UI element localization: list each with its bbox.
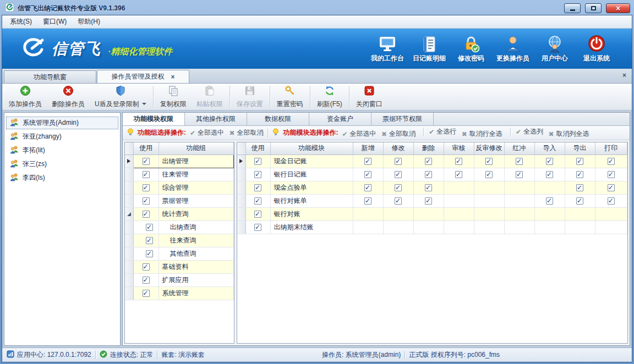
permission-cell[interactable]	[474, 181, 504, 194]
module-row[interactable]: 出纳期末结账	[237, 220, 627, 234]
permission-checkbox[interactable]	[516, 158, 523, 165]
permission-cell[interactable]	[595, 155, 627, 168]
module-row[interactable]: 银行对账	[237, 207, 627, 220]
selection-action[interactable]: 全选行	[420, 127, 456, 136]
group-row[interactable]: 扩展应用	[125, 273, 234, 286]
operator-tree-item[interactable]: 系统管理员(Admin)	[6, 116, 119, 130]
permission-cell[interactable]	[353, 194, 383, 207]
permission-cell[interactable]	[565, 181, 595, 194]
permission-cell[interactable]	[504, 181, 534, 194]
permission-cell[interactable]	[595, 194, 627, 207]
permission-checkbox[interactable]	[395, 197, 402, 205]
permission-checkbox[interactable]	[546, 171, 553, 178]
banner-action-workspace[interactable]: 我的工作台	[367, 34, 408, 63]
use-checkbox[interactable]	[146, 224, 153, 231]
menu-item[interactable]: 窗口(W)	[37, 15, 72, 29]
use-checkbox[interactable]	[254, 158, 261, 165]
banner-action-change-password[interactable]: 修改密码	[450, 34, 492, 63]
operator-tree-item[interactable]: 张亚(zhangy)	[6, 130, 119, 144]
permission-cell[interactable]	[474, 168, 504, 181]
permission-cell[interactable]	[444, 155, 474, 168]
use-checkbox[interactable]	[143, 263, 150, 271]
group-row[interactable]: 基础资料	[125, 260, 234, 273]
permission-cell[interactable]	[444, 207, 474, 220]
group-row[interactable]: 往来管理	[125, 168, 234, 181]
permission-checkbox[interactable]	[425, 158, 432, 165]
permission-checkbox[interactable]	[608, 197, 615, 205]
permission-checkbox[interactable]	[485, 171, 493, 178]
permission-cell[interactable]	[413, 181, 444, 194]
use-checkbox[interactable]	[143, 277, 150, 284]
permission-cell[interactable]	[383, 194, 413, 207]
permission-checkbox[interactable]	[364, 184, 371, 191]
selection-action[interactable]: 取消行全选	[462, 129, 502, 139]
permission-cell[interactable]	[534, 181, 565, 194]
add-operator-button[interactable]: 添加操作员	[4, 85, 47, 109]
permission-cell[interactable]	[474, 155, 504, 168]
permission-cell[interactable]	[444, 168, 474, 181]
permission-cell[interactable]	[413, 220, 444, 234]
permission-cell[interactable]	[413, 168, 444, 181]
permission-cell[interactable]	[534, 155, 565, 168]
module-row[interactable]: 银行对账单	[237, 194, 627, 207]
permission-checkbox[interactable]	[608, 158, 615, 165]
permission-checkbox[interactable]	[364, 158, 371, 165]
minimize-button[interactable]	[564, 3, 581, 13]
permission-cell[interactable]	[504, 155, 534, 168]
permission-checkbox[interactable]	[576, 171, 583, 178]
permission-cell[interactable]	[534, 194, 565, 207]
permission-cell[interactable]	[565, 168, 595, 181]
permission-cell[interactable]	[504, 194, 534, 207]
group-row[interactable]: 出纳管理	[125, 155, 234, 168]
permission-checkbox[interactable]	[455, 158, 462, 165]
permission-checkbox[interactable]	[455, 171, 462, 178]
permission-checkbox[interactable]	[546, 197, 553, 205]
tabstrip-close-icon[interactable]	[622, 71, 626, 79]
permission-cell[interactable]	[413, 207, 444, 220]
permission-tab[interactable]: 资金账户	[309, 113, 371, 125]
permission-cell[interactable]	[444, 194, 474, 207]
use-checkbox[interactable]	[146, 237, 153, 244]
permission-cell[interactable]	[565, 155, 595, 168]
menu-item[interactable]: 帮助(H)	[72, 15, 106, 29]
group-row[interactable]: 出纳查询	[125, 220, 234, 234]
permission-cell[interactable]	[595, 207, 627, 220]
permission-checkbox[interactable]	[364, 171, 371, 178]
permission-tab[interactable]: 其他操作权限	[185, 113, 247, 125]
maximize-button[interactable]	[585, 3, 602, 13]
group-row[interactable]: 综合管理	[125, 181, 234, 194]
permission-cell[interactable]	[383, 155, 413, 168]
permission-tab[interactable]: 数据权限	[247, 113, 309, 125]
use-checkbox[interactable]	[254, 171, 261, 178]
group-row[interactable]: 其他查询	[125, 247, 234, 260]
permission-checkbox[interactable]	[485, 158, 493, 165]
permission-cell[interactable]	[565, 220, 595, 234]
use-checkbox[interactable]	[143, 184, 150, 191]
permission-cell[interactable]	[353, 207, 383, 220]
permission-checkbox[interactable]	[425, 171, 432, 178]
selection-action[interactable]: 全部选中	[342, 129, 376, 139]
operator-tree-item[interactable]: 张三(zs)	[6, 157, 119, 171]
ushield-login-limit-button[interactable]: U盾及登录限制	[90, 85, 151, 109]
operator-tree-item[interactable]: 李拓(lit)	[6, 144, 119, 157]
permission-cell[interactable]	[383, 168, 413, 181]
close-button[interactable]	[606, 3, 630, 13]
selection-action[interactable]: 全部取消	[229, 128, 263, 137]
group-row[interactable]: 系统管理	[125, 286, 234, 300]
permission-cell[interactable]	[353, 181, 383, 194]
permission-checkbox[interactable]	[364, 197, 371, 205]
permission-cell[interactable]	[595, 168, 627, 181]
banner-action-journal[interactable]: 日记账明细	[408, 34, 450, 63]
permission-cell[interactable]	[595, 181, 627, 194]
permission-checkbox[interactable]	[576, 197, 583, 205]
permission-tab[interactable]: 票据环节权限	[371, 113, 434, 125]
use-checkbox[interactable]	[143, 171, 150, 178]
permission-checkbox[interactable]	[425, 197, 432, 205]
banner-action-exit[interactable]: 退出系统	[576, 34, 617, 63]
banner-action-user-center[interactable]: 用户中心	[534, 34, 576, 63]
permission-cell[interactable]	[383, 181, 413, 194]
module-row[interactable]: 现金点验单	[237, 181, 627, 194]
group-row[interactable]: 统计查询	[125, 207, 234, 220]
permission-cell[interactable]	[504, 207, 534, 220]
permission-cell[interactable]	[534, 207, 565, 220]
